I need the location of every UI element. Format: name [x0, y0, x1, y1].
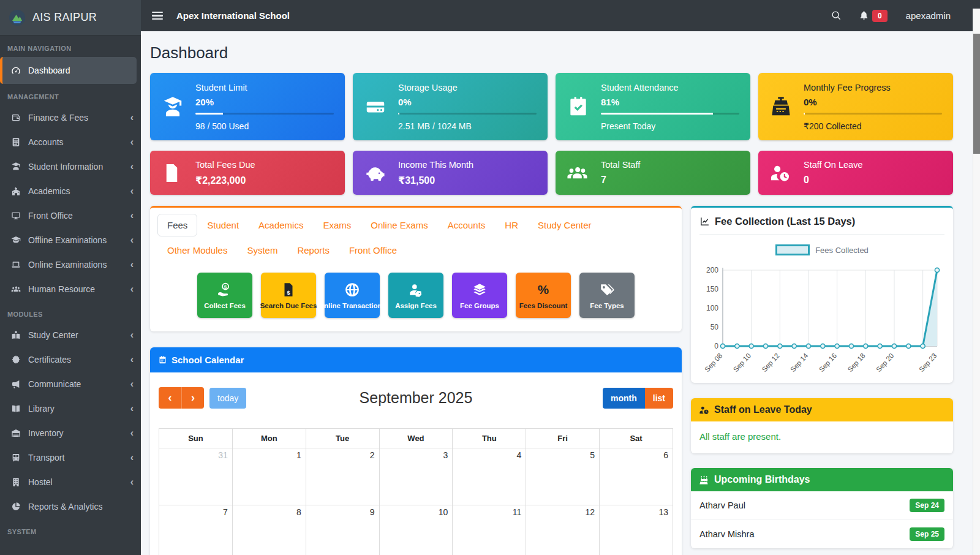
calendar-day-cell[interactable]: 1: [232, 448, 306, 505]
sidebar-item-dashboard[interactable]: Dashboard: [0, 57, 137, 84]
stat-card-income-this-month[interactable]: Income This Month₹31,500: [353, 151, 548, 195]
calendar-day-cell[interactable]: 31: [159, 448, 233, 505]
tab-student[interactable]: Student: [197, 214, 249, 236]
action-fees-discount[interactable]: %Fees Discount: [516, 273, 571, 318]
stat-card-monthly-fee-progress[interactable]: Monthly Fee Progress0%₹200 Collected: [758, 73, 953, 140]
upcoming-birthdays-card: Upcoming Birthdays Atharv PaulSep 24Atha…: [691, 468, 953, 548]
page-scrollbar-track[interactable]: [973, 9, 980, 555]
navbar-school-title: Apex International School: [176, 10, 290, 21]
svg-text:Sep 08: Sep 08: [703, 352, 723, 373]
stat-card-percent: 0%: [804, 97, 942, 107]
stat-card-title: Storage Usage: [398, 83, 537, 92]
stat-card-title: Student Attendance: [601, 83, 739, 92]
sidebar-item-online-examinations[interactable]: Online Examinations‹: [0, 252, 141, 277]
calendar-day-header-tue: Tue: [306, 429, 379, 448]
calendar-day-cell[interactable]: 10: [379, 505, 453, 555]
progress-bar: [601, 113, 739, 115]
action-assign-fees[interactable]: Assign Fees: [388, 273, 443, 318]
notifications-button[interactable]: 0: [859, 10, 888, 22]
top-navbar: Apex International School 0 apexadmin: [141, 0, 980, 31]
calendar-day-cell[interactable]: 13: [600, 505, 673, 555]
action-online-transactions[interactable]: Online Transactions: [325, 273, 380, 318]
calendar-prev-button[interactable]: ‹: [159, 387, 181, 409]
birthday-date-badge: Sep 25: [910, 527, 944, 541]
action-label: Fee Types: [590, 302, 624, 309]
tab-system[interactable]: System: [237, 239, 287, 262]
sidebar-item-inventory[interactable]: Inventory‹: [0, 421, 141, 445]
tab-other-modules[interactable]: Other Modules: [157, 239, 237, 262]
chevron-left-icon: ‹: [130, 186, 134, 196]
calendar-day-cell[interactable]: 11: [453, 505, 526, 555]
stat-card-title: Total Fees Due: [195, 160, 334, 170]
sidebar-item-student-information[interactable]: Student Information‹: [0, 154, 141, 179]
sidebar-item-certificates[interactable]: Certificates‹: [0, 347, 141, 372]
sidebar-item-accounts[interactable]: Accounts‹: [0, 130, 141, 154]
calendar-day-cell[interactable]: 4: [453, 448, 526, 505]
sidebar-item-transport[interactable]: Transport‹: [0, 445, 141, 470]
bus-icon: [9, 453, 23, 462]
calendar-month-view-button[interactable]: month: [603, 388, 645, 409]
tab-accounts[interactable]: Accounts: [438, 214, 496, 236]
calendar-day-cell[interactable]: 3: [379, 448, 453, 505]
stat-card-total-fees-due[interactable]: $Total Fees Due₹2,223,000: [150, 151, 345, 195]
calendar-list-view-button[interactable]: list: [645, 388, 673, 409]
chevron-left-icon: ‹: [130, 137, 134, 147]
progress-bar: [804, 113, 942, 115]
fee-collection-card: Fee Collection (Last 15 Days) Fees Colle…: [691, 206, 953, 383]
hdd-icon: [364, 95, 387, 118]
user-menu[interactable]: apexadmin: [906, 10, 951, 21]
stat-card-storage-usage[interactable]: Storage Usage0%2.51 MB / 1024 MB: [353, 73, 548, 140]
calendar-toolbar: ‹ › today September 2025 month list: [150, 372, 682, 422]
school-calendar-card: School Calendar ‹ › today September 2025…: [150, 347, 682, 555]
stat-card-student-attendance[interactable]: Student Attendance81%Present Today: [556, 73, 750, 140]
calendar-day-cell[interactable]: 2: [306, 448, 379, 505]
sidebar-item-library[interactable]: Library‹: [0, 396, 141, 421]
calendar-day-cell[interactable]: 5: [526, 448, 600, 505]
sidebar-item-study-center[interactable]: Study Center‹: [0, 323, 141, 347]
calendar-day-cell[interactable]: 7: [159, 505, 233, 555]
stat-card-total-staff[interactable]: Total Staff7: [556, 151, 750, 195]
sidebar-item-hostel[interactable]: Hostel‹: [0, 470, 141, 494]
action-fee-types[interactable]: Fee Types: [579, 273, 635, 318]
tab-exams[interactable]: Exams: [313, 214, 361, 236]
sidebar-item-reports-analytics[interactable]: Reports & Analytics: [0, 494, 141, 519]
action-search-due-fees[interactable]: $Search Due Fees: [261, 273, 316, 318]
sidebar-item-finance-fees[interactable]: Finance & Fees‹: [0, 105, 141, 130]
cash-register-icon: [769, 95, 793, 118]
tab-academics[interactable]: Academics: [249, 214, 313, 236]
brand[interactable]: AIS RAIPUR: [0, 0, 141, 36]
stat-card-student-limit[interactable]: Student Limit20%98 / 500 Used: [150, 73, 345, 140]
sidebar-item-front-office[interactable]: Front Office‹: [0, 203, 141, 228]
calendar-day-cell[interactable]: 6: [600, 448, 673, 505]
tags-icon: [599, 282, 615, 298]
progress-bar: [195, 113, 334, 115]
search-icon[interactable]: [831, 10, 842, 21]
tab-online-exams[interactable]: Online Exams: [361, 214, 437, 236]
action-collect-fees[interactable]: $Collect Fees: [197, 273, 252, 318]
sidebar-item-label: Library: [28, 404, 55, 413]
calendar-day-cell[interactable]: 8: [232, 505, 306, 555]
sidebar-item-academics[interactable]: Academics‹: [0, 179, 141, 203]
tab-fees[interactable]: Fees: [157, 214, 197, 236]
sidebar-item-label: Academics: [28, 186, 70, 196]
calendar-next-button[interactable]: ›: [181, 387, 204, 409]
chevron-left-icon: ‹: [130, 355, 134, 364]
staff-on-leave-header: Staff on Leave Today: [691, 398, 953, 421]
action-fee-groups[interactable]: Fee Groups: [452, 273, 507, 318]
menu-icon[interactable]: [152, 12, 163, 20]
sidebar-item-communicate[interactable]: Communicate‹: [0, 372, 141, 396]
calendar-day-cell[interactable]: 9: [306, 505, 379, 555]
sidebar-item-offline-examinations[interactable]: Offline Examinations‹: [0, 228, 141, 252]
tab-hr[interactable]: HR: [495, 214, 528, 236]
tab-front-office[interactable]: Front Office: [339, 239, 407, 262]
warehouse-icon: [9, 428, 23, 438]
page-scrollbar-thumb[interactable]: [973, 34, 980, 154]
stat-card-staff-on-leave[interactable]: Staff On Leave0: [758, 151, 953, 195]
calendar-day-cell[interactable]: 12: [526, 505, 600, 555]
calendar-today-button[interactable]: today: [209, 388, 246, 409]
chevron-left-icon: ‹: [130, 113, 134, 123]
tab-reports[interactable]: Reports: [287, 239, 339, 262]
tab-study-center[interactable]: Study Center: [528, 214, 601, 236]
fee-collection-title: Fee Collection (Last 15 Days): [715, 216, 855, 227]
sidebar-item-human-resource[interactable]: Human Resource‹: [0, 277, 141, 301]
